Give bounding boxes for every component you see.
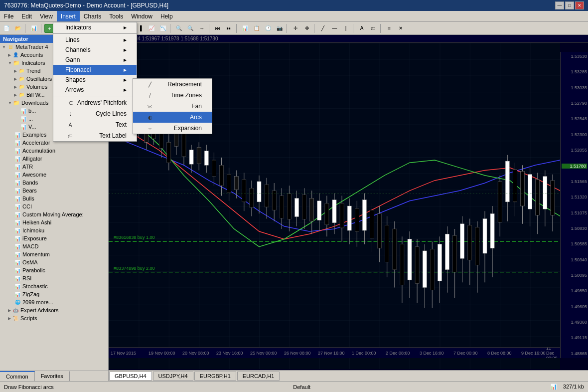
move-btn[interactable]: ✥ (301, 23, 312, 34)
nav-more[interactable]: 🌐 2099 more... (0, 298, 108, 306)
menu-charts[interactable]: Charts (80, 11, 105, 21)
retracement-icon: ╱ (145, 80, 155, 88)
menu-view[interactable]: View (36, 11, 57, 21)
nav-cma[interactable]: 📊 Custom Moving Average: (0, 210, 108, 218)
menu-indicators[interactable]: Indicators ▶ (53, 22, 137, 32)
nav-cci[interactable]: 📊 CCI (0, 202, 108, 210)
nav-stochastic[interactable]: 📊 Stochastic (0, 282, 108, 290)
nav-zigzag[interactable]: 📊 ZigZag (0, 290, 108, 298)
nav-v-label: V... (28, 124, 36, 130)
menu-fibonacci[interactable]: Fibonacci ▶ (53, 65, 137, 75)
maximize-button[interactable]: □ (565, 1, 574, 9)
menu-text-label[interactable]: 🏷 Text Label (53, 130, 137, 141)
template-btn[interactable]: 📋 (251, 23, 262, 34)
svg-rect-111 (498, 182, 502, 222)
nav-heikenashi[interactable]: 📊 Heiken Ashi (0, 218, 108, 226)
prop-btn[interactable]: ≡ (384, 23, 395, 34)
close-button[interactable]: ✕ (575, 1, 584, 9)
nav-accumulation[interactable]: 📊 Accumulation (0, 147, 108, 155)
nav-bears[interactable]: 📊 Bears (0, 187, 108, 195)
menu-gann[interactable]: Gann ▶ (53, 55, 137, 65)
nav-atr[interactable]: 📊 ATR (0, 163, 108, 171)
new-btn[interactable]: 📄 (1, 23, 12, 34)
del-btn[interactable]: ✕ (395, 23, 406, 34)
nav-iexposure[interactable]: 📊 iExposure (0, 234, 108, 242)
menu-help[interactable]: Help (156, 11, 177, 21)
minimize-button[interactable]: — (555, 1, 564, 9)
price-13: 1.50585 (562, 241, 587, 246)
fib-time-zones[interactable]: ⧸ Time Zones (133, 90, 212, 101)
fib-retracement[interactable]: ╱ Retracement (133, 79, 212, 90)
fib-expansion[interactable]: ↔ Expansion (133, 123, 212, 134)
sep10 (353, 24, 355, 33)
clock-btn[interactable]: 🕐 (263, 23, 274, 34)
chart-line-btn[interactable]: 📉 (157, 23, 168, 34)
expansion-label: Expansion (174, 125, 202, 132)
svg-rect-31 (197, 147, 201, 164)
fib-arcs[interactable]: ◐ Arcs (133, 112, 212, 123)
period-btn2[interactable]: ⏭ (224, 23, 235, 34)
nav-momentum[interactable]: 📊 Momentum (0, 250, 108, 258)
nav-bulls[interactable]: 📊 Bulls (0, 195, 108, 202)
nav-awesome[interactable]: 📊 Awesome (0, 171, 108, 179)
fib-fan[interactable]: ⩙ Fan (133, 101, 212, 112)
tab-common[interactable]: Common (0, 371, 35, 381)
menu-text[interactable]: A Text (53, 119, 137, 130)
fibonacci-label: Fibonacci (65, 66, 91, 73)
menu-channels[interactable]: Channels ▶ (53, 45, 137, 55)
menu-file[interactable]: File (0, 11, 17, 21)
menu-window[interactable]: Window (127, 11, 156, 21)
nav-expertadvisors[interactable]: ▶ 🤖 Expert Advisors (0, 306, 108, 314)
nav-atr-label: ATR (22, 164, 33, 170)
nav-indicators-label: Indicators (21, 60, 45, 66)
zoom-out-btn[interactable]: 🔍 (185, 23, 196, 34)
nav-parabolic[interactable]: 📊 Parabolic (0, 266, 108, 274)
open-btn[interactable]: 📂 (12, 23, 23, 34)
menu-insert[interactable]: Insert (57, 11, 80, 21)
nav-bands[interactable]: 📊 Bands (0, 179, 108, 187)
menu-cycle-lines[interactable]: ⫶ Cycle Lines (53, 108, 137, 119)
text-btn[interactable]: A (356, 23, 367, 34)
svg-rect-57 (294, 198, 298, 217)
menu-lines[interactable]: Lines ▶ (53, 35, 137, 45)
svg-rect-63 (317, 201, 321, 220)
nav-rsi[interactable]: 📊 RSI (0, 274, 108, 282)
tab-usdjpy[interactable]: USDJPY,H4 (153, 372, 193, 381)
menu-arrows[interactable]: Arrows ▶ (53, 85, 137, 95)
chart-candle-btn[interactable]: 📈 (146, 23, 157, 34)
tab-eurgbp[interactable]: EURGBP,H1 (194, 372, 236, 381)
svg-rect-109 (490, 213, 494, 248)
draw-hline-btn[interactable]: — (329, 23, 340, 34)
fit-btn[interactable]: ↔ (196, 23, 207, 34)
nav-macd[interactable]: 📊 MACD (0, 242, 108, 250)
rsi-icon: 📊 (14, 275, 21, 282)
tab-eurcad[interactable]: EURCAD,H1 (237, 372, 280, 381)
btn3[interactable]: 📊 (28, 23, 39, 34)
crosshair-btn[interactable]: ✛ (290, 23, 301, 34)
nav-ichimoku[interactable]: 📊 Ichimoku (0, 226, 108, 234)
menu-andrews-pitchfork[interactable]: ⋲ Andrews' Pitchfork (53, 97, 137, 108)
draw-vline-btn[interactable]: | (340, 23, 351, 34)
nav-macd-label: MACD (22, 243, 38, 249)
time-11: 7 Dec 00:00 (453, 351, 478, 356)
tab-gbpusd[interactable]: GBPUSD,H4 (109, 372, 152, 381)
nav-stoch-label: Stochastic (22, 283, 48, 289)
label-btn[interactable]: 🏷 (368, 23, 379, 34)
menu-shapes[interactable]: Shapes ▶ (53, 75, 137, 85)
new-order-icon: + (48, 25, 51, 31)
period-btn1[interactable]: ⏮ (212, 23, 223, 34)
nav-scripts[interactable]: ▶ 📜 Scripts (0, 314, 108, 322)
nav-osma[interactable]: 📊 OsMA (0, 258, 108, 266)
nav-accel-label: Accelerator (22, 140, 50, 146)
draw-line-btn[interactable]: ╱ (317, 23, 328, 34)
menu-tools[interactable]: Tools (105, 11, 127, 21)
zoom-in-btn[interactable]: 🔍 (173, 23, 184, 34)
menu-edit[interactable]: Edit (17, 11, 36, 21)
tab-favorites[interactable]: Favorites (35, 371, 70, 381)
timezones-label: Time Zones (170, 92, 202, 99)
gann-arrow: ▶ (124, 58, 127, 62)
nav-bears-label: Bears (22, 188, 37, 194)
indicators-btn[interactable]: 📊 (240, 23, 251, 34)
screenshot-btn[interactable]: 📷 (274, 23, 285, 34)
nav-alligator[interactable]: 📊 Alligator (0, 155, 108, 163)
